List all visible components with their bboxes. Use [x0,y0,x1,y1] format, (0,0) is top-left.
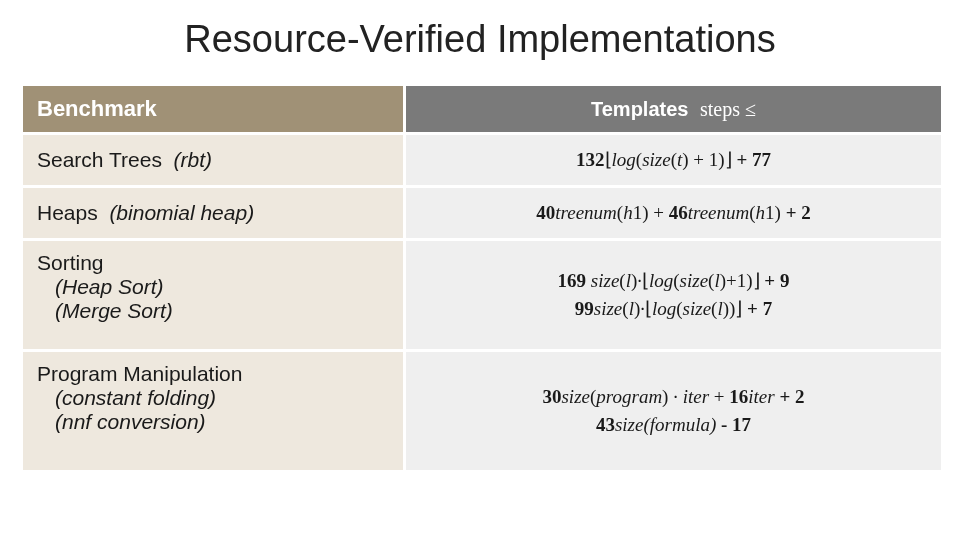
steps-label: steps ≤ [700,98,756,120]
bench-table: Benchmark Templates steps ≤ Search Trees… [20,83,944,473]
table-row: Program Manipulation (constant folding) … [23,352,941,470]
formula-cell: 169 size(l)·⌊log(size(l)+1)⌋ + 9 99size(… [406,241,941,349]
bench-name: Sorting [37,251,104,274]
bench-name: Program Manipulation [37,362,242,385]
bench-sub: (nnf conversion) [55,410,389,434]
bench-paren: (rbt) [174,148,213,171]
bench-name: Heaps [37,201,98,224]
formula-cell: 132⌊log(size(t) + 1)⌋ + 77 [406,135,941,185]
col-benchmark: Benchmark [23,86,403,132]
table-row: Heaps (binomial heap) 40treenum(h1) + 46… [23,188,941,238]
bench-cell: Search Trees (rbt) [23,135,403,185]
slide: Resource-Verified Implementations Benchm… [0,18,960,540]
bench-paren: (binomial heap) [109,201,254,224]
col-templates: Templates steps ≤ [406,86,941,132]
bench-name: Search Trees [37,148,162,171]
formula-line: 43size(formula) - 17 [420,411,927,440]
formula-cell: 30size(program) · iter + 16iter + 2 43si… [406,352,941,470]
formula-line: 99size(l)·⌊log(size(l))⌋ + 7 [420,295,927,324]
bench-cell: Heaps (binomial heap) [23,188,403,238]
table-row: Search Trees (rbt) 132⌊log(size(t) + 1)⌋… [23,135,941,185]
formula-line: 169 size(l)·⌊log(size(l)+1)⌋ + 9 [420,267,927,296]
bench-sub: (Merge Sort) [55,299,389,323]
bench-sub: (Heap Sort) [55,275,389,299]
templates-label: Templates [591,98,688,120]
table-header-row: Benchmark Templates steps ≤ [23,86,941,132]
bench-cell: Program Manipulation (constant folding) … [23,352,403,470]
formula-cell: 40treenum(h1) + 46treenum(h1) + 2 [406,188,941,238]
bench-sub: (constant folding) [55,386,389,410]
table-row: Sorting (Heap Sort) (Merge Sort) 169 siz… [23,241,941,349]
page-title: Resource-Verified Implementations [20,18,940,61]
formula-line: 30size(program) · iter + 16iter + 2 [420,383,927,412]
bench-cell: Sorting (Heap Sort) (Merge Sort) [23,241,403,349]
